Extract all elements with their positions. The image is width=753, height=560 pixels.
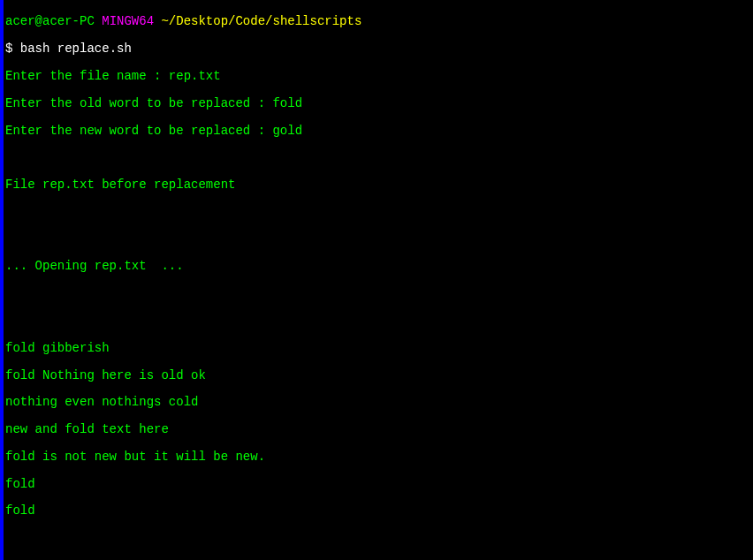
- blank-line: [5, 233, 751, 246]
- path: ~/Desktop/Code/shellscripts: [161, 14, 361, 28]
- blank-line: [5, 151, 751, 164]
- blank-line: [5, 206, 751, 219]
- output-line: Enter the old word to be replaced : fold: [5, 97, 751, 110]
- output-line: fold: [5, 478, 751, 491]
- command-line-1: $ bash replace.sh: [5, 42, 751, 56]
- blank-line: [5, 532, 751, 545]
- command: bash replace.sh: [20, 42, 132, 56]
- output-line: fold is not new but it will be new.: [5, 450, 751, 464]
- output-line: fold gibberish: [5, 342, 751, 355]
- output-line: Enter the new word to be replaced : gold: [5, 125, 751, 138]
- prompt-line-1: acer@acer-PC MINGW64 ~/Desktop/Code/shel…: [5, 15, 751, 28]
- env: MINGW64: [102, 14, 154, 28]
- output-line: fold Nothing here is old ok: [5, 369, 751, 382]
- blank-line: [5, 314, 751, 328]
- blank-line: [5, 287, 751, 300]
- output-line: File rep.txt before replacement: [5, 178, 751, 192]
- output-line: nothing even nothings cold: [5, 396, 751, 409]
- output-line: new and fold text here: [5, 423, 751, 436]
- user-host: acer@acer-PC: [5, 14, 95, 28]
- output-line: fold: [5, 504, 751, 518]
- terminal[interactable]: acer@acer-PC MINGW64 ~/Desktop/Code/shel…: [4, 0, 753, 560]
- output-line: ... Opening rep.txt ...: [5, 260, 751, 273]
- dollar: $: [5, 42, 12, 56]
- output-line: Enter the file name : rep.txt: [5, 70, 751, 83]
